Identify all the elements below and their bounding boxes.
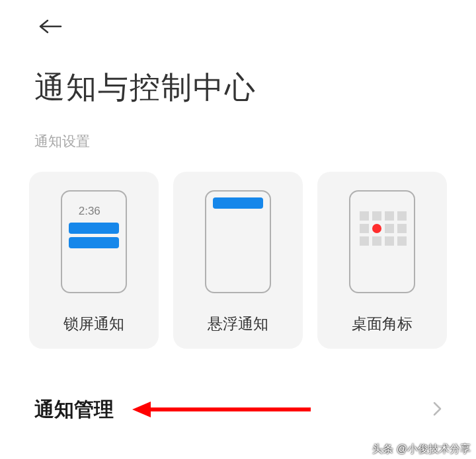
notification-type-cards: 2:36 锁屏通知 悬浮通知 桌面角标 (29, 172, 447, 349)
lock-screen-notification-card[interactable]: 2:36 锁屏通知 (29, 172, 159, 349)
card-label: 桌面角标 (352, 314, 413, 334)
section-label: 通知设置 (34, 132, 90, 151)
card-label: 悬浮通知 (208, 314, 268, 334)
floating-preview-icon (205, 190, 271, 293)
list-item-label: 通知管理 (34, 396, 114, 423)
watermark: 头条 @小俊技术分享 (356, 442, 471, 456)
desktop-badge-card[interactable]: 桌面角标 (317, 172, 447, 349)
preview-clock: 2:36 (79, 205, 100, 218)
lock-screen-preview-icon: 2:36 (61, 190, 127, 293)
chevron-right-icon (433, 402, 442, 419)
notification-management-item[interactable]: 通知管理 (34, 396, 442, 423)
badge-preview-icon (349, 190, 415, 293)
back-arrow-icon (38, 18, 62, 34)
page-title: 通知与控制中心 (34, 67, 257, 108)
floating-notification-card[interactable]: 悬浮通知 (173, 172, 303, 349)
back-button[interactable] (38, 18, 62, 37)
card-label: 锁屏通知 (63, 314, 124, 334)
